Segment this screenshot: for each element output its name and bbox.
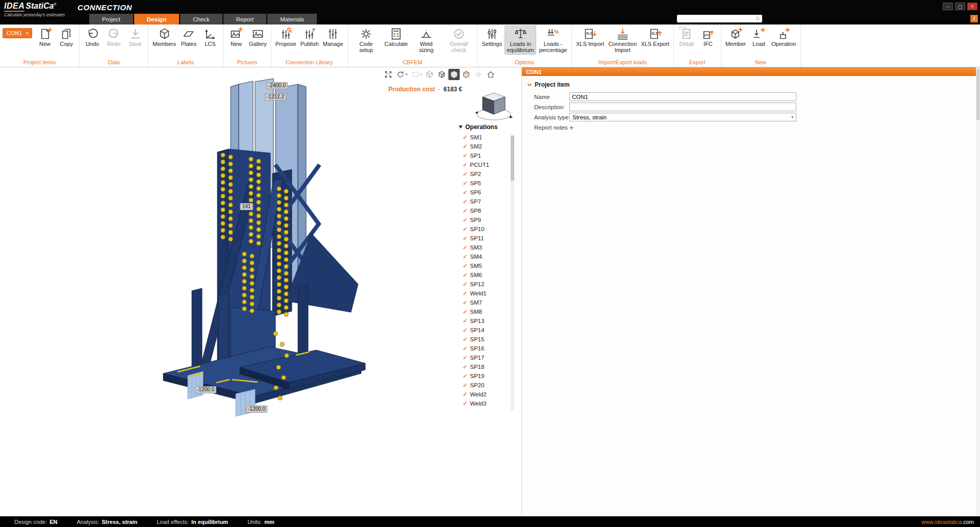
operation-item-sm2[interactable]: ✓SM2 [458, 142, 509, 151]
3d-model-view[interactable] [0, 67, 521, 516]
ribbon-button-xls-export[interactable]: XLSXLS Export [639, 26, 671, 48]
minimize-button[interactable]: – [943, 3, 953, 10]
operation-item-sp15[interactable]: ✓SP15 [458, 335, 509, 344]
checkbox-checked-icon[interactable]: ✓ [463, 217, 467, 223]
ribbon-button-loads-percentage[interactable]: %Loads - percentage [537, 26, 569, 55]
checkbox-checked-icon[interactable]: ✓ [463, 189, 467, 196]
checkbox-checked-icon[interactable]: ✓ [463, 162, 467, 168]
operation-item-sp9[interactable]: ✓SP9 [458, 215, 509, 224]
ribbon-button-loads-in-equilibrium[interactable]: Loads in equilibrium [505, 26, 536, 55]
checkbox-checked-icon[interactable]: ✓ [463, 336, 467, 343]
operation-item-sp14[interactable]: ✓SP14 [458, 325, 509, 335]
ribbon-button-plates[interactable]: Plates [179, 26, 199, 48]
ribbon-button-copy[interactable]: Copy [56, 26, 77, 48]
tab-project[interactable]: Project [89, 14, 133, 24]
checkbox-checked-icon[interactable]: ✓ [463, 244, 467, 251]
ribbon-button-load[interactable]: Load [748, 26, 769, 48]
maximize-button[interactable]: ▢ [955, 3, 965, 10]
checkbox-checked-icon[interactable]: ✓ [463, 134, 467, 141]
operation-item-sm4[interactable]: ✓SM4 [458, 252, 509, 261]
ribbon-button-calculate[interactable]: Calculate [383, 26, 410, 48]
panel-scrollbar-thumb[interactable] [976, 69, 979, 120]
checkbox-checked-icon[interactable]: ✓ [463, 400, 467, 407]
ribbon-button-weld-sizing[interactable]: Weld sizing [410, 26, 442, 55]
operation-item-sp13[interactable]: ✓SP13 [458, 316, 509, 325]
ribbon-button-ifc[interactable]: IFCIFC [698, 26, 718, 48]
ribbon-button-new[interactable]: New [35, 26, 55, 48]
operation-item-sm1[interactable]: ✓SM1 [458, 133, 509, 142]
checkbox-checked-icon[interactable]: ✓ [463, 171, 467, 178]
checkbox-checked-icon[interactable]: ✓ [463, 226, 467, 233]
viewport-tool-marquee-select[interactable]: ▾ [410, 69, 423, 80]
dropdown-caret-icon[interactable]: ▾ [420, 72, 422, 77]
section-project-item[interactable]: Project item [528, 81, 980, 88]
ribbon-button-operation[interactable]: Operation [770, 26, 797, 48]
ribbon-button-undo[interactable]: Undo [82, 26, 103, 48]
ribbon-button-new[interactable]: New [226, 26, 246, 48]
operation-item-sm5[interactable]: ✓SM5 [458, 261, 509, 270]
tab-report[interactable]: Report [223, 14, 267, 24]
operation-item-weld3[interactable]: ✓Weld3 [458, 399, 509, 408]
checkbox-checked-icon[interactable]: ✓ [463, 318, 467, 324]
analysis-type-select[interactable]: Stress, strain ▾ [569, 113, 796, 121]
checkbox-checked-icon[interactable]: ✓ [463, 235, 467, 242]
checkbox-checked-icon[interactable]: ✓ [463, 299, 467, 306]
checkbox-checked-icon[interactable]: ✓ [463, 382, 467, 389]
checkbox-checked-icon[interactable]: ✓ [463, 198, 467, 205]
operations-scrollbar[interactable] [511, 135, 514, 410]
operation-item-sp17[interactable]: ✓SP17 [458, 353, 509, 362]
view-cube[interactable] [474, 89, 513, 122]
checkbox-checked-icon[interactable]: ✓ [463, 309, 467, 315]
ribbon-button-code-setup[interactable]: Code setup [350, 26, 382, 55]
ribbon-button-lcs[interactable]: LCS [200, 26, 220, 48]
close-button[interactable]: × [967, 3, 977, 10]
checkbox-checked-icon[interactable]: ✓ [463, 327, 467, 334]
ribbon-button-gallery[interactable]: Gallery [247, 26, 268, 48]
operation-item-sp11[interactable]: ✓SP11 [458, 234, 509, 243]
checkbox-checked-icon[interactable]: ✓ [463, 263, 467, 269]
name-input[interactable] [569, 92, 796, 101]
tab-materials[interactable]: Materials [267, 14, 317, 24]
operation-item-sm3[interactable]: ✓SM3 [458, 243, 509, 252]
checkbox-checked-icon[interactable]: ✓ [463, 281, 467, 288]
tab-design[interactable]: Design [134, 14, 179, 24]
checkbox-checked-icon[interactable]: ✓ [463, 208, 467, 214]
tree-expander-icon[interactable] [459, 126, 463, 129]
operation-item-sp5[interactable]: ✓SP5 [458, 179, 509, 188]
operations-scrollbar-thumb[interactable] [511, 136, 514, 181]
operation-item-sm6[interactable]: ✓SM6 [458, 270, 509, 280]
viewport-tool-mirror[interactable] [473, 69, 484, 80]
chevron-down-icon[interactable] [527, 82, 532, 86]
ribbon-button-redo[interactable]: Redo [104, 26, 124, 48]
operation-item-sm7[interactable]: ✓SM7 [458, 298, 509, 307]
panel-scrollbar[interactable] [976, 67, 980, 516]
ribbon-button-members[interactable]: Members [151, 26, 178, 48]
search-icon[interactable] [755, 16, 761, 21]
checkbox-checked-icon[interactable]: ✓ [463, 290, 467, 297]
ribbon-button-xls-import[interactable]: XLSXLS Import [574, 26, 606, 48]
checkbox-checked-icon[interactable]: ✓ [463, 345, 467, 352]
viewport-tool-solid-cube[interactable] [448, 69, 460, 80]
viewport-tool-section-cube[interactable] [461, 69, 472, 80]
description-input[interactable] [569, 103, 796, 111]
ribbon-button-settings[interactable]: Settings [480, 26, 504, 48]
operation-item-sp19[interactable]: ✓SP19 [458, 371, 509, 381]
checkbox-checked-icon[interactable]: ✓ [463, 364, 467, 370]
viewport-tool-fit-screen[interactable] [383, 69, 394, 80]
ribbon-button-publish[interactable]: Publish [299, 26, 320, 48]
tab-check[interactable]: Check [180, 14, 222, 24]
viewport-tool-wire-cube[interactable] [424, 69, 435, 80]
operation-item-weld2[interactable]: ✓Weld2 [458, 390, 509, 399]
search-input[interactable] [677, 15, 755, 22]
operation-item-sp1[interactable]: ✓SP1 [458, 151, 509, 160]
website-link[interactable]: www.ideastatica.com [921, 519, 974, 525]
viewport-tool-orbit[interactable]: ▾ [395, 69, 409, 80]
operation-item-sp6[interactable]: ✓SP6 [458, 188, 509, 197]
operation-item-weld1[interactable]: ✓Weld1 [458, 289, 509, 298]
operation-item-sp12[interactable]: ✓SP12 [458, 280, 509, 289]
operation-item-sp2[interactable]: ✓SP2 [458, 169, 509, 179]
viewport-tool-home[interactable] [485, 69, 496, 80]
ribbon-button-connection-import[interactable]: Connection Import [607, 26, 638, 55]
operation-item-sm8[interactable]: ✓SM8 [458, 307, 509, 316]
checkbox-checked-icon[interactable]: ✓ [463, 153, 467, 159]
